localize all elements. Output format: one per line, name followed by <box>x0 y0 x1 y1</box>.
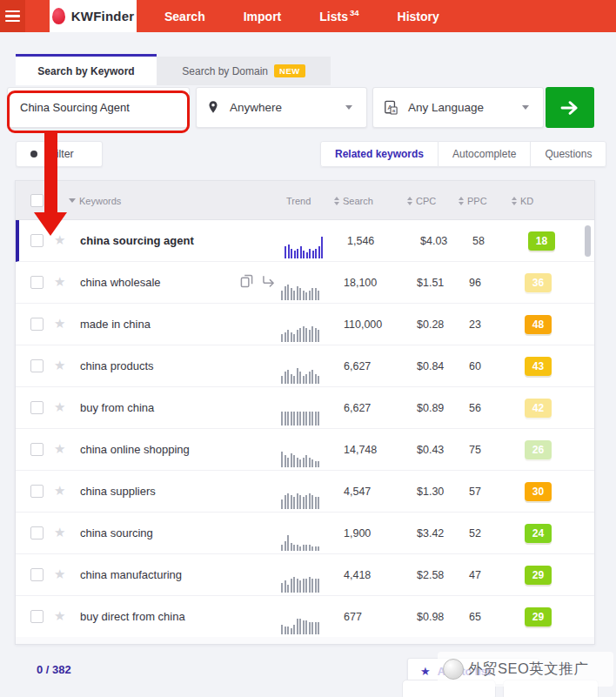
brand-name: KWFinder <box>71 9 134 23</box>
filter-button[interactable]: Filter <box>16 141 103 167</box>
column-header-cpc[interactable]: CPC <box>407 181 436 220</box>
column-header-ppc[interactable]: PPC <box>459 181 487 220</box>
ppc-cell: 60 <box>469 360 481 372</box>
row-checkbox[interactable] <box>30 568 44 581</box>
sort-icon <box>334 197 339 205</box>
table-row[interactable]: ★buy from china6,627$0.895642 <box>16 387 594 429</box>
kd-score-badge[interactable]: 48 <box>525 315 552 334</box>
star-icon[interactable]: ★ <box>54 566 65 582</box>
kd-score-badge[interactable]: 36 <box>525 273 552 292</box>
table-body: ★china sourcing agent1,546$4.035818★chin… <box>16 220 594 638</box>
row-checkbox[interactable] <box>30 610 44 623</box>
kd-score-badge[interactable]: 43 <box>525 357 552 376</box>
keyword-cell[interactable]: china products <box>80 359 154 372</box>
star-icon[interactable]: ★ <box>54 316 65 332</box>
star-icon[interactable]: ★ <box>54 483 65 499</box>
brand-logo[interactable]: KWFinder <box>50 0 137 32</box>
tab-search-by-domain[interactable]: Search by Domain NEW <box>157 57 331 85</box>
row-checkbox[interactable] <box>30 401 44 414</box>
star-icon[interactable]: ★ <box>54 399 65 415</box>
keyword-search-input[interactable]: China Sourcing Agent <box>7 87 190 128</box>
column-header-search[interactable]: Search <box>334 181 373 220</box>
copy-icon[interactable] <box>240 274 253 288</box>
keyword-cell[interactable]: china suppliers <box>80 485 156 498</box>
language-select[interactable]: Aa Any Language <box>372 87 544 128</box>
row-hover-icons <box>240 274 276 288</box>
table-row[interactable]: ★china sourcing1,900$3.425224 <box>16 513 594 554</box>
table-row[interactable]: ★china products6,627$0.846043 <box>16 345 594 387</box>
table-row[interactable]: ★china sourcing agent1,546$4.035818 <box>16 220 594 262</box>
kd-score-badge[interactable]: 26 <box>525 440 552 459</box>
nav-item-history[interactable]: History <box>378 0 459 32</box>
trend-sparkline <box>285 234 326 258</box>
nav-item-lists[interactable]: Lists34 <box>300 0 378 32</box>
keyword-cell[interactable]: china sourcing <box>80 526 153 540</box>
star-icon[interactable]: ★ <box>54 525 65 540</box>
arrow-right-icon <box>560 100 579 116</box>
table-row[interactable]: ★made in china110,000$0.282348 <box>16 304 594 345</box>
table-row[interactable]: ★china wholesale18,100$1.519636 <box>16 262 594 304</box>
row-checkbox[interactable] <box>30 359 44 372</box>
row-checkbox[interactable] <box>30 443 44 456</box>
tab-autocomplete[interactable]: Autocomplete <box>439 141 531 167</box>
row-checkbox[interactable] <box>30 276 44 289</box>
table-row[interactable]: ★china suppliers4,547$1.305730 <box>16 471 594 513</box>
sort-desc-icon <box>69 198 76 203</box>
kd-score-badge[interactable]: 29 <box>525 566 552 585</box>
star-icon[interactable]: ★ <box>54 441 65 457</box>
tab-questions[interactable]: Questions <box>531 141 606 167</box>
top-nav-items: Search Import Lists34 History <box>137 0 459 32</box>
row-checkbox[interactable] <box>30 234 44 247</box>
table-row[interactable]: ★china manufacturing4,418$2.584729 <box>16 554 594 596</box>
search-submit-button[interactable] <box>546 87 594 128</box>
star-icon[interactable]: ★ <box>54 232 65 248</box>
nav-item-import[interactable]: Import <box>224 0 301 32</box>
kd-score-badge[interactable]: 18 <box>528 231 555 251</box>
svg-text:a: a <box>392 107 396 113</box>
location-pin-icon <box>207 100 219 116</box>
kd-score-badge[interactable]: 24 <box>525 524 552 543</box>
search-volume-cell: 18,100 <box>344 277 377 289</box>
column-header-keywords[interactable]: Keywords <box>69 181 121 220</box>
nav-item-search[interactable]: Search <box>145 0 224 32</box>
kd-score-badge[interactable]: 30 <box>525 482 552 501</box>
search-volume-cell: 4,418 <box>344 569 371 581</box>
filter-toggle-dot-icon <box>30 151 37 157</box>
vertical-scrollbar-thumb[interactable] <box>585 225 591 257</box>
search-volume-cell: 6,627 <box>344 360 371 372</box>
trend-sparkline <box>281 485 323 509</box>
star-icon[interactable]: ★ <box>54 274 65 290</box>
cpc-cell: $0.98 <box>417 611 444 623</box>
hamburger-menu-icon[interactable] <box>0 0 25 32</box>
table-row[interactable]: ★china online shopping14,748$0.437526 <box>16 429 594 471</box>
keyword-cell[interactable]: china sourcing agent <box>80 234 194 247</box>
select-all-checkbox[interactable] <box>30 194 44 207</box>
star-icon: ★ <box>420 665 431 678</box>
keyword-cell[interactable]: china online shopping <box>80 443 190 456</box>
location-select[interactable]: Anywhere <box>196 87 367 128</box>
keyword-cell[interactable]: buy from china <box>80 401 154 414</box>
row-checkbox[interactable] <box>30 318 44 331</box>
search-volume-cell: 14,748 <box>344 444 377 456</box>
star-icon[interactable]: ★ <box>54 608 65 624</box>
cpc-cell: $4.03 <box>420 235 447 247</box>
open-link-icon[interactable] <box>262 275 276 287</box>
keyword-cell[interactable]: made in china <box>80 318 151 331</box>
row-checkbox[interactable] <box>30 526 44 540</box>
tab-search-by-keyword[interactable]: Search by Keyword <box>16 54 157 85</box>
kwfinder-logo-icon <box>52 8 65 24</box>
column-header-kd[interactable]: KD <box>512 181 533 220</box>
sort-icon <box>512 197 517 205</box>
keyword-cell[interactable]: china wholesale <box>80 276 161 289</box>
keyword-cell[interactable]: buy direct from china <box>80 610 185 623</box>
star-icon[interactable]: ★ <box>54 358 65 373</box>
search-volume-cell: 1,900 <box>344 527 371 540</box>
table-row[interactable]: ★buy direct from china677$0.986529 <box>16 596 594 638</box>
trend-sparkline <box>281 610 323 634</box>
kd-score-badge[interactable]: 29 <box>525 607 552 627</box>
row-checkbox[interactable] <box>30 485 44 498</box>
keyword-cell[interactable]: china manufacturing <box>80 568 182 581</box>
tab-related-keywords[interactable]: Related keywords <box>320 141 439 167</box>
search-volume-cell: 677 <box>344 611 362 623</box>
kd-score-badge[interactable]: 42 <box>525 399 552 418</box>
